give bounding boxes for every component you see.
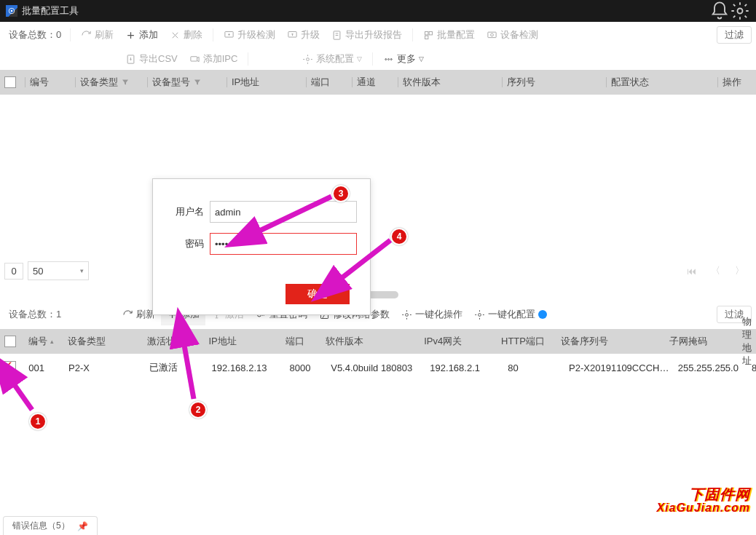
- page-size-select[interactable]: 50▾: [28, 261, 89, 280]
- col-cfgstate[interactable]: 配置状态: [607, 76, 717, 89]
- bulk-config-button[interactable]: 批量配置: [417, 24, 481, 46]
- col-channel[interactable]: 通道: [353, 76, 398, 89]
- svg-point-16: [391, 58, 393, 60]
- svg-point-2: [738, 9, 743, 14]
- svg-rect-9: [488, 32, 496, 38]
- watermark: 下固件网 XiaGuJian.com: [656, 487, 750, 515]
- svg-point-15: [388, 58, 390, 60]
- col-serial[interactable]: 序列号: [503, 76, 606, 89]
- pager-bar: 0 50▾ ⏮ 〈 〉: [0, 255, 756, 287]
- add-ipc-button[interactable]: 添加IPC: [184, 48, 244, 70]
- annotation-2: 2: [189, 401, 207, 419]
- pin-icon: 📌: [77, 521, 88, 531]
- col-action[interactable]: 操作: [718, 76, 756, 89]
- cell-http: 80: [503, 362, 564, 373]
- pager-first-icon[interactable]: ⏮: [687, 266, 696, 277]
- col2-devtype[interactable]: 设备类型: [63, 335, 143, 348]
- col2-index[interactable]: 编号▴: [24, 335, 63, 348]
- cell-mac: 84-9a-40-f6-: [747, 362, 756, 373]
- export-report-button[interactable]: 导出升级报告: [326, 24, 408, 46]
- annotation-1: 1: [29, 413, 47, 430]
- upgrade-button[interactable]: 升级: [281, 24, 326, 46]
- svg-rect-12: [191, 56, 197, 60]
- svg-point-13: [307, 58, 310, 60]
- filter-button-top[interactable]: 过滤: [717, 26, 752, 44]
- system-config-button[interactable]: 系统配置▽: [296, 48, 368, 70]
- select-all-top[interactable]: [4, 76, 16, 88]
- svg-point-10: [491, 33, 494, 36]
- col-ip[interactable]: IP地址: [227, 76, 306, 89]
- svg-line-22: [9, 378, 32, 410]
- svg-point-20: [406, 313, 409, 316]
- col2-mask[interactable]: 子网掩码: [665, 335, 738, 348]
- more-button[interactable]: 更多▽: [377, 48, 430, 70]
- col-port[interactable]: 端口: [307, 76, 352, 89]
- cell-activate: 已激活: [145, 361, 208, 374]
- svg-point-14: [385, 58, 387, 60]
- col-version[interactable]: 软件版本: [398, 76, 502, 89]
- table-header-bottom: 编号▴ 设备类型 激活状态 IP地址 端口 软件版本 IPv4网关 HTTP端口…: [0, 329, 756, 354]
- bottom-toolbar: 设备总数：1 刷新 添加 激活 重置密码 修改网络参数 一键化操作 一键化配置 …: [0, 300, 756, 329]
- delete-button[interactable]: 删除: [164, 24, 208, 46]
- device-count-bottom: 设备总数：1: [4, 308, 66, 321]
- cell-serial: P2-X20191109CCCHD...: [564, 362, 674, 373]
- col2-port[interactable]: 端口: [281, 335, 321, 348]
- col2-gateway[interactable]: IPv4网关: [420, 335, 497, 348]
- oneclick-op-button[interactable]: 一键化操作: [395, 304, 468, 325]
- pager-prev-icon[interactable]: 〈: [711, 264, 720, 277]
- annotation-3: 3: [332, 185, 350, 202]
- settings-icon[interactable]: [730, 1, 750, 21]
- table-header-top: 编号 设备类型 设备型号 IP地址 端口 通道 软件版本 序列号 配置状态 操作: [0, 70, 756, 95]
- col2-http[interactable]: HTTP端口: [497, 335, 556, 348]
- username-input[interactable]: [210, 201, 357, 223]
- error-info-tab[interactable]: 错误信息（5） 📌: [3, 516, 98, 535]
- col2-activate[interactable]: 激活状态: [143, 335, 204, 348]
- table-row[interactable]: 001 P2-X 已激活 192.168.2.13 8000 V5.4.0bui…: [0, 354, 756, 381]
- col-model[interactable]: 设备型号: [148, 76, 227, 89]
- row-checkbox[interactable]: [4, 361, 16, 373]
- svg-rect-7: [429, 31, 432, 34]
- col2-serial[interactable]: 设备序列号: [556, 335, 665, 348]
- col-devtype[interactable]: 设备类型: [76, 76, 147, 89]
- cell-mask: 255.255.255.0: [674, 362, 747, 373]
- svg-rect-8: [425, 36, 428, 39]
- cell-port: 8000: [286, 362, 327, 373]
- export-csv-button[interactable]: 导出CSV: [119, 48, 184, 70]
- table-body-top-empty: [0, 95, 756, 255]
- add-button-top[interactable]: 添加: [119, 24, 164, 46]
- device-count-top: 设备总数：0: [4, 28, 66, 41]
- username-label: 用户名: [166, 205, 210, 218]
- col-index[interactable]: 编号: [25, 76, 75, 89]
- confirm-button[interactable]: 确定: [286, 284, 350, 304]
- app-logo: [6, 5, 17, 17]
- password-input[interactable]: [210, 233, 357, 255]
- cell-devtype: P2-X: [64, 362, 145, 373]
- refresh-button[interactable]: 刷新: [75, 24, 119, 46]
- password-label: 密码: [166, 237, 210, 250]
- col2-mac[interactable]: 物理地址: [738, 315, 756, 368]
- info-dot-icon: [538, 310, 547, 319]
- device-check-button[interactable]: 设备检测: [481, 24, 544, 46]
- cell-index: 001: [24, 362, 64, 373]
- svg-point-1: [11, 10, 13, 12]
- svg-point-21: [479, 313, 481, 316]
- top-toolbar: 设备总数：0 刷新 添加 删除 升级检测 升级 导出升级报告 批量配置 设备检测…: [0, 22, 756, 70]
- cell-version: V5.4.0build 180803: [326, 362, 425, 373]
- svg-rect-6: [425, 31, 428, 34]
- oneclick-cfg-button[interactable]: 一键化配置: [468, 304, 553, 325]
- upgrade-check-button[interactable]: 升级检测: [218, 24, 281, 46]
- cell-gateway: 192.168.2.1: [425, 362, 503, 373]
- pager-next-icon[interactable]: 〉: [735, 264, 744, 277]
- select-all-bottom[interactable]: [4, 336, 16, 347]
- page-number[interactable]: 0: [4, 263, 23, 280]
- titlebar: 批量配置工具: [0, 0, 756, 22]
- col2-ip[interactable]: IP地址: [204, 335, 281, 348]
- app-title: 批量配置工具: [22, 4, 79, 17]
- bell-icon[interactable]: [709, 1, 730, 21]
- annotation-4: 4: [390, 228, 408, 245]
- col2-version[interactable]: 软件版本: [321, 335, 420, 348]
- cell-ip: 192.168.2.13: [208, 362, 286, 373]
